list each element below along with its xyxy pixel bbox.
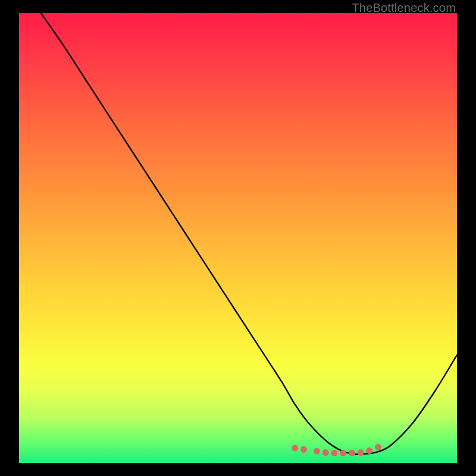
sweet-spot-dot — [366, 447, 372, 454]
chart-svg — [19, 13, 457, 463]
sweet-spot-dots — [292, 444, 381, 456]
sweet-spot-dot — [292, 445, 298, 452]
plot-area — [19, 13, 457, 463]
sweet-spot-dot — [349, 450, 355, 456]
sweet-spot-dot — [375, 444, 381, 450]
sweet-spot-dot — [358, 449, 364, 456]
sweet-spot-dot — [300, 446, 307, 453]
bottleneck-curve — [41, 13, 457, 455]
sweet-spot-dot — [340, 450, 346, 456]
bottleneck-curve-layer — [41, 13, 457, 455]
sweet-spot-dot — [331, 450, 337, 456]
sweet-spot-dot — [322, 449, 329, 456]
sweet-spot-dot — [314, 448, 320, 455]
watermark-text: TheBottleneck.com — [352, 1, 456, 15]
chart-frame: TheBottleneck.com — [0, 0, 476, 476]
